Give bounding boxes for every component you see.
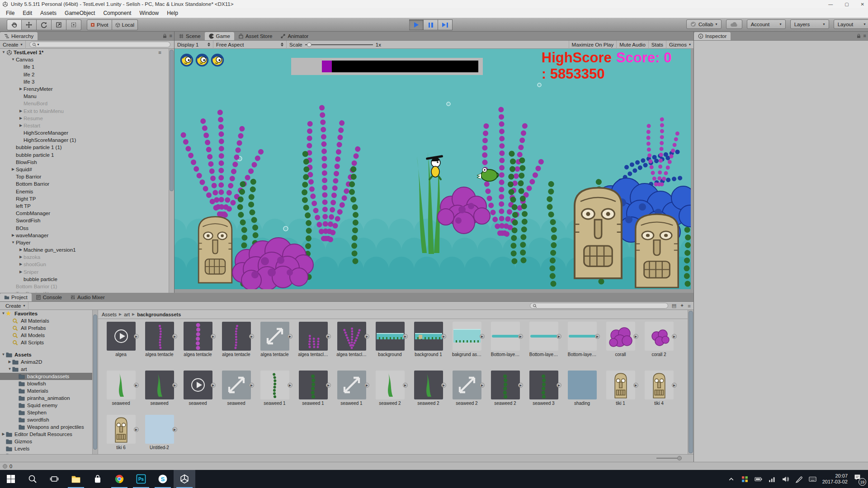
project-tree-item[interactable]: All Models	[0, 332, 92, 339]
project-tree-item[interactable]: piranha_animation	[0, 394, 92, 402]
hierarchy-item[interactable]: HighScoreManager (1)	[0, 136, 169, 144]
display-dropdown[interactable]: Display 1	[175, 41, 213, 49]
expander-icon[interactable]: ▶	[18, 268, 24, 276]
pause-button[interactable]	[424, 19, 438, 30]
taskbar-clock[interactable]: 20:07 2017-03-02	[822, 473, 848, 485]
menu-assets[interactable]: Assets	[36, 9, 61, 17]
hierarchy-scene-header[interactable]: ▼TestLevel 1*≡	[0, 49, 169, 56]
asset-item[interactable]: ▶bakgrund as…	[448, 322, 486, 357]
search-filter-icon[interactable]: ▤	[672, 303, 676, 309]
hierarchy-item[interactable]: MenuBord	[0, 100, 169, 107]
hierarchy-item[interactable]: ▶Machine gun_version1	[0, 246, 169, 253]
tab-project[interactable]: Project	[0, 293, 32, 301]
taskbar-file-explorer-button[interactable]	[65, 470, 87, 488]
project-grid-scrollbar[interactable]	[688, 310, 693, 454]
hierarchy-item[interactable]: ▶bazoka	[0, 253, 169, 261]
asset-item[interactable]: shading	[563, 371, 601, 406]
hierarchy-item[interactable]: Right TP	[0, 195, 169, 202]
tab-inspector[interactable]: Inspector	[694, 32, 731, 40]
hierarchy-create-button[interactable]: Create▾	[0, 41, 26, 49]
expand-chevron-icon[interactable]: ▶	[480, 334, 485, 339]
hierarchy-item[interactable]: ▼Canvas	[0, 56, 169, 63]
local-button[interactable]: Local	[112, 19, 138, 30]
expand-chevron-icon[interactable]: ▶	[518, 383, 523, 388]
expander-icon[interactable]: ▶	[18, 246, 24, 253]
breadcrumb-current[interactable]: backgroundassets	[137, 312, 181, 317]
hierarchy-item[interactable]: CombManager	[0, 210, 169, 217]
asset-item[interactable]: ▶algea tentacle	[217, 322, 255, 357]
project-tree-item[interactable]: Gizmos	[0, 438, 92, 445]
game-viewport[interactable]: HighScoreScore: 0 : 5853350	[175, 49, 691, 289]
project-tree-item[interactable]: Stephen	[0, 409, 92, 416]
taskbar-start-button[interactable]	[0, 470, 22, 488]
asset-item[interactable]: ▶corall 2	[640, 322, 678, 357]
volume-icon[interactable]	[782, 475, 789, 483]
expand-chevron-icon[interactable]: ▶	[672, 334, 677, 339]
asset-item[interactable]: ▶seaweed 2	[486, 371, 524, 406]
action-center-button[interactable]: 19	[854, 474, 864, 484]
taskbar-photoshop-button[interactable]: Ps	[130, 470, 152, 488]
panel-menu-icon[interactable]: ≡	[688, 303, 691, 309]
asset-item[interactable]: ▶algea tentacle	[140, 322, 179, 357]
expand-chevron-icon[interactable]: ▶	[134, 383, 139, 388]
search-favorite-icon[interactable]: ✦	[680, 303, 684, 309]
lock-icon[interactable]	[857, 33, 861, 38]
stats-toggle[interactable]: Stats	[649, 41, 666, 49]
hierarchy-item[interactable]: life 3	[0, 78, 169, 85]
expand-chevron-icon[interactable]: ▶	[288, 383, 292, 388]
rect-tool-button[interactable]	[66, 19, 81, 30]
hierarchy-item[interactable]: HighScoreManager	[0, 129, 169, 136]
project-tree-item[interactable]: swordfish	[0, 416, 92, 423]
taskbar-task-view-button[interactable]	[43, 470, 65, 488]
lock-icon[interactable]	[163, 33, 167, 38]
pen-icon[interactable]	[795, 475, 803, 483]
expand-chevron-icon[interactable]: ▶	[595, 334, 600, 339]
expand-chevron-icon[interactable]: ▶	[172, 427, 177, 432]
expand-chevron-icon[interactable]: ▶	[633, 383, 638, 388]
menu-window[interactable]: Window	[135, 9, 163, 17]
scale-slider[interactable]	[305, 44, 373, 45]
hierarchy-item[interactable]: ▶FrenzyMeter	[0, 85, 169, 93]
expander-icon[interactable]: ▼	[10, 56, 16, 63]
layers-dropdown[interactable]: Layers▾	[790, 19, 829, 29]
expander-icon[interactable]: ▶	[10, 166, 16, 173]
hierarchy-item[interactable]: SwordFish	[0, 217, 169, 224]
tab-hierarchy[interactable]: Hierarchy	[0, 32, 38, 40]
project-tree-item[interactable]: ▼★Favorites	[0, 310, 92, 317]
project-tree-item[interactable]: ▶Editor Default Resources	[0, 431, 92, 438]
asset-item[interactable]: ▶Bottom-laye…	[524, 322, 563, 357]
hierarchy-item[interactable]: ▶Exit to MainMenu	[0, 108, 169, 115]
collab-dropdown[interactable]: Collab▾	[686, 19, 722, 29]
hierarchy-item[interactable]: bubble particle 1 (1)	[0, 144, 169, 151]
expand-chevron-icon[interactable]: ▶	[441, 334, 446, 339]
asset-item[interactable]: ▶seaweed 1	[255, 371, 294, 406]
breadcrumb-assets[interactable]: Assets	[102, 312, 117, 317]
asset-item[interactable]: ▶seaweed 1	[332, 371, 371, 406]
asset-item[interactable]: ▶algea	[102, 322, 140, 357]
project-tree-item[interactable]: backgroundassets	[0, 373, 92, 380]
project-tree-item[interactable]: ▶Anima2D	[0, 358, 92, 366]
thumbnail-zoom-slider[interactable]	[656, 458, 680, 459]
expander-icon[interactable]: ▼	[7, 366, 12, 373]
asset-item[interactable]: ▶algea tentacl…	[332, 322, 371, 357]
expander-icon[interactable]: ▼	[1, 310, 6, 317]
project-tree-item[interactable]: Levels	[0, 445, 92, 452]
expand-chevron-icon[interactable]: ▶	[364, 334, 369, 339]
hierarchy-item[interactable]: left TP	[0, 202, 169, 210]
step-button[interactable]	[438, 19, 453, 30]
expand-chevron-icon[interactable]: ▶	[288, 334, 292, 339]
expander-icon[interactable]: ▶	[7, 358, 12, 366]
asset-item[interactable]: ▶seaweed	[102, 371, 140, 406]
expand-chevron-icon[interactable]: ▶	[211, 334, 216, 339]
hierarchy-item[interactable]: Bottom Barrior	[0, 180, 169, 188]
mute-audio-toggle[interactable]: Mute Audio	[617, 41, 649, 49]
expand-chevron-icon[interactable]: ▶	[172, 334, 177, 339]
asset-item[interactable]: ▶seaweed	[217, 371, 255, 406]
hierarchy-item[interactable]: ▶waveManager	[0, 232, 169, 239]
expander-icon[interactable]: ▶	[18, 122, 24, 129]
expander-icon[interactable]: ▶	[18, 85, 24, 93]
asset-item[interactable]: ▶corall	[601, 322, 640, 357]
tab-scene[interactable]: Scene	[175, 32, 205, 40]
asset-item[interactable]: ▶tiki 1	[601, 371, 640, 406]
touch-keyboard-icon[interactable]	[809, 475, 816, 483]
